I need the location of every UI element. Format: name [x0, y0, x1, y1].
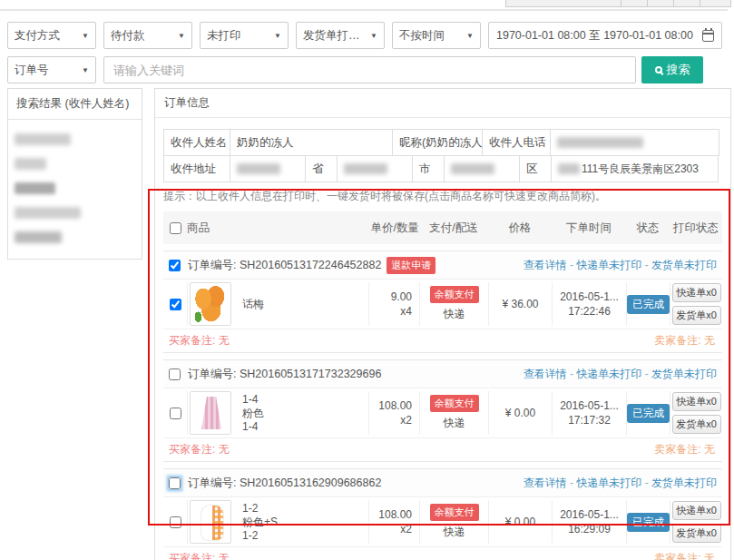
product-row: 1-4粉色1-4 108.00 x2 余额支付 快递 ¥ 0.00 2016-0…	[163, 388, 722, 437]
print-count-button[interactable]: 快递单x0	[672, 501, 721, 520]
col-header-status: 状态	[626, 221, 670, 236]
order-number-label: 订单编号:	[188, 476, 240, 489]
search-result-item[interactable]	[8, 152, 142, 176]
order-checkbox[interactable]	[169, 477, 181, 489]
product-checkbox-cell	[163, 391, 187, 435]
product-name[interactable]: 1-2粉色+S1-2	[242, 502, 278, 543]
address-detail-input[interactable]: 111号良辰美景南区2303	[551, 155, 719, 182]
redacted-province	[237, 163, 280, 174]
product-checkbox[interactable]	[170, 299, 181, 310]
phone-input[interactable]	[550, 129, 719, 156]
district-input[interactable]	[444, 155, 520, 182]
order-time-cell: 2016-05-1... 16:29:09	[552, 500, 626, 544]
order-action-link[interactable]: 发货单未打印	[651, 476, 717, 489]
order-action-link[interactable]: 快递单未打印	[576, 368, 641, 380]
print-count-button[interactable]: 发货单x0	[672, 524, 721, 543]
search-button[interactable]: 搜索	[641, 56, 703, 84]
filter-select-invoice-print-status[interactable]: 发货单打印状态 ▼	[296, 22, 385, 49]
chevron-down-icon: ▼	[178, 32, 185, 40]
col-header-goods: 商品	[187, 221, 368, 236]
link-separator: -	[567, 368, 577, 380]
search-result-item[interactable]	[8, 225, 142, 250]
print-status-cell: 快递单x0发货单x0	[670, 500, 722, 544]
status-badge: 已完成	[627, 295, 670, 314]
order-action-link[interactable]: 快递单未打印	[576, 259, 641, 271]
city-input[interactable]	[337, 155, 413, 182]
search-input[interactable]	[103, 56, 636, 84]
address-detail-text: 111号良辰美景南区2303	[582, 162, 699, 177]
link-separator: -	[641, 368, 651, 380]
product-image[interactable]	[190, 500, 231, 544]
print-count-button[interactable]: 发货单x0	[672, 415, 721, 434]
order-number-value: SH20160513162909686862	[240, 476, 381, 489]
search-row: 订单号 ▼ 搜索	[7, 56, 703, 84]
redacted-name	[15, 133, 71, 145]
filter-select-print-status[interactable]: 未打印 ▼	[200, 22, 289, 49]
cutoff-tab[interactable]	[700, 0, 731, 7]
order-number: 订单编号: SH20160513172246452882	[188, 258, 381, 273]
print-count-button[interactable]: 快递单x0	[672, 283, 721, 302]
remark-row: 买家备注: 无 卖家备注: 无	[163, 546, 722, 560]
select-all-checkbox[interactable]	[170, 222, 181, 234]
cutoff-tab[interactable]	[621, 0, 648, 7]
search-result-item[interactable]	[8, 176, 142, 201]
search-type-select[interactable]: 订单号 ▼	[7, 56, 96, 84]
delivery-method: 快递	[444, 307, 465, 322]
print-count-button[interactable]: 快递单x0	[672, 392, 721, 411]
cutoff-tab[interactable]	[505, 0, 621, 7]
order-checkbox[interactable]	[169, 368, 181, 380]
order-action-link[interactable]: 查看详情	[524, 476, 567, 489]
order-action-links: 查看详情 - 快递单未打印 - 发货单未打印	[524, 367, 717, 382]
product-image[interactable]	[190, 391, 231, 435]
product-checkbox[interactable]	[170, 408, 181, 419]
unit-price-qty-cell: 108.00 x2	[368, 500, 419, 544]
cutoff-tab[interactable]	[673, 0, 700, 7]
address-label: 收件地址	[163, 155, 230, 182]
orders-table: 商品 单价/数量 支付/配送 价格 下单时间 状态 打印状态 订单编号: SH2…	[163, 211, 722, 560]
buyer-note: 买家备注: 无	[169, 551, 230, 560]
seller-note: 卖家备注: 无	[654, 442, 715, 457]
quantity: x2	[400, 413, 412, 427]
search-result-item[interactable]	[8, 127, 142, 152]
unit-price: 108.00	[378, 398, 412, 413]
save-tip-text: 提示：以上收件人信息在打印时、一键发货时将被保存(点击商品名称可快速更改商品简称…	[163, 189, 722, 204]
print-status-cell: 快递单x0发货单x0	[670, 391, 722, 435]
filter-select-time-mode[interactable]: 不按时间 ▼	[392, 22, 481, 49]
recipient-name-input[interactable]: 奶奶的冻人	[230, 129, 393, 156]
order-action-link[interactable]: 快递单未打印	[576, 476, 641, 489]
col-header-print-status: 打印状态	[670, 221, 722, 236]
order-action-link[interactable]: 查看详情	[524, 259, 567, 271]
search-results-title: 搜索结果 (收件人姓名)	[8, 89, 142, 120]
date-range-input[interactable]: 1970-01-01 08:00 至 1970-01-01 08:00	[488, 22, 722, 49]
order-number-label: 订单编号:	[188, 259, 240, 271]
search-results-list	[8, 120, 142, 259]
filter-select-payment-status[interactable]: 待付款 ▼	[103, 22, 192, 49]
print-count-button[interactable]: 发货单x0	[672, 306, 721, 325]
order-checkbox[interactable]	[169, 260, 181, 271]
order-price: ¥ 36.00	[502, 297, 538, 311]
address-row: 收件地址 省 市 区 111号良辰美景南区2303	[163, 155, 722, 182]
search-result-item[interactable]	[8, 201, 142, 225]
product-image[interactable]	[190, 282, 231, 326]
phone-label: 收件人电话	[482, 129, 551, 156]
status-cell: 已完成	[626, 500, 670, 544]
redacted-name	[15, 207, 81, 219]
product-name[interactable]: 话梅	[242, 298, 264, 311]
province-input[interactable]	[230, 155, 306, 182]
header-divider	[0, 9, 728, 11]
order-number-value: SH20160513171732329696	[240, 368, 381, 380]
calendar-icon	[702, 30, 714, 42]
order-action-link[interactable]: 发货单未打印	[651, 259, 717, 271]
cutoff-tab[interactable]	[647, 0, 674, 7]
col-header-price: 价格	[488, 221, 552, 236]
filter-select-payment[interactable]: 支付方式 ▼	[7, 22, 96, 49]
order-action-link[interactable]: 发货单未打印	[651, 368, 717, 380]
product-name[interactable]: 1-4粉色1-4	[242, 393, 264, 434]
order-action-link[interactable]: 查看详情	[524, 368, 567, 380]
order-price: ¥ 0.00	[505, 406, 535, 420]
filter-select-label: 发货单打印状态	[303, 28, 367, 44]
redacted-address-prefix	[558, 163, 580, 174]
order-date: 2016-05-1...	[560, 290, 619, 304]
order-time-cell: 2016-05-1... 17:17:32	[552, 391, 626, 435]
product-checkbox[interactable]	[170, 516, 181, 528]
